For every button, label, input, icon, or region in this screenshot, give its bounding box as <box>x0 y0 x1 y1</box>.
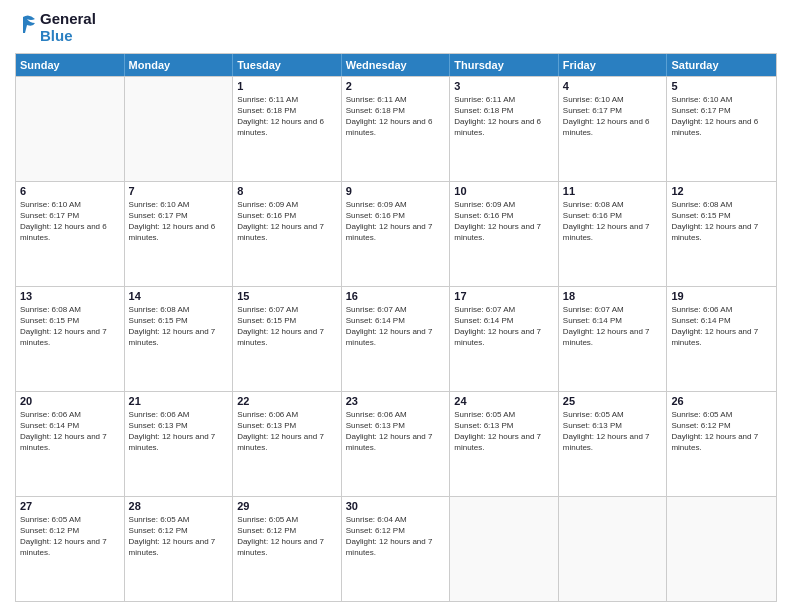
day-number: 28 <box>129 500 229 512</box>
day-number: 4 <box>563 80 663 92</box>
cell-info: Sunrise: 6:10 AMSunset: 6:17 PMDaylight:… <box>563 94 663 139</box>
cell-1-2: 8 Sunrise: 6:09 AMSunset: 6:16 PMDayligh… <box>233 182 342 286</box>
day-number: 2 <box>346 80 446 92</box>
cell-4-2: 29 Sunrise: 6:05 AMSunset: 6:12 PMDaylig… <box>233 497 342 601</box>
cell-3-4: 24 Sunrise: 6:05 AMSunset: 6:13 PMDaylig… <box>450 392 559 496</box>
cell-3-3: 23 Sunrise: 6:06 AMSunset: 6:13 PMDaylig… <box>342 392 451 496</box>
day-number: 16 <box>346 290 446 302</box>
cell-4-6 <box>667 497 776 601</box>
cell-info: Sunrise: 6:05 AMSunset: 6:13 PMDaylight:… <box>563 409 663 454</box>
cell-info: Sunrise: 6:07 AMSunset: 6:15 PMDaylight:… <box>237 304 337 349</box>
cell-0-2: 1 Sunrise: 6:11 AMSunset: 6:18 PMDayligh… <box>233 77 342 181</box>
cell-2-1: 14 Sunrise: 6:08 AMSunset: 6:15 PMDaylig… <box>125 287 234 391</box>
day-number: 11 <box>563 185 663 197</box>
cell-1-0: 6 Sunrise: 6:10 AMSunset: 6:17 PMDayligh… <box>16 182 125 286</box>
cell-info: Sunrise: 6:06 AMSunset: 6:14 PMDaylight:… <box>20 409 120 454</box>
cell-2-6: 19 Sunrise: 6:06 AMSunset: 6:14 PMDaylig… <box>667 287 776 391</box>
cell-4-1: 28 Sunrise: 6:05 AMSunset: 6:12 PMDaylig… <box>125 497 234 601</box>
day-number: 1 <box>237 80 337 92</box>
cell-info: Sunrise: 6:08 AMSunset: 6:16 PMDaylight:… <box>563 199 663 244</box>
day-number: 25 <box>563 395 663 407</box>
calendar-body: 1 Sunrise: 6:11 AMSunset: 6:18 PMDayligh… <box>16 76 776 602</box>
cell-3-2: 22 Sunrise: 6:06 AMSunset: 6:13 PMDaylig… <box>233 392 342 496</box>
cell-info: Sunrise: 6:04 AMSunset: 6:12 PMDaylight:… <box>346 514 446 559</box>
day-number: 19 <box>671 290 772 302</box>
week-row-1: 6 Sunrise: 6:10 AMSunset: 6:17 PMDayligh… <box>16 181 776 286</box>
cell-info: Sunrise: 6:07 AMSunset: 6:14 PMDaylight:… <box>454 304 554 349</box>
cell-2-0: 13 Sunrise: 6:08 AMSunset: 6:15 PMDaylig… <box>16 287 125 391</box>
header-saturday: Saturday <box>667 54 776 76</box>
cell-info: Sunrise: 6:08 AMSunset: 6:15 PMDaylight:… <box>671 199 772 244</box>
day-number: 8 <box>237 185 337 197</box>
day-number: 7 <box>129 185 229 197</box>
cell-0-6: 5 Sunrise: 6:10 AMSunset: 6:17 PMDayligh… <box>667 77 776 181</box>
day-number: 24 <box>454 395 554 407</box>
day-number: 9 <box>346 185 446 197</box>
day-number: 30 <box>346 500 446 512</box>
header: General Blue <box>15 10 777 45</box>
day-number: 6 <box>20 185 120 197</box>
header-wednesday: Wednesday <box>342 54 451 76</box>
cell-info: Sunrise: 6:05 AMSunset: 6:12 PMDaylight:… <box>237 514 337 559</box>
cell-info: Sunrise: 6:09 AMSunset: 6:16 PMDaylight:… <box>454 199 554 244</box>
cell-info: Sunrise: 6:09 AMSunset: 6:16 PMDaylight:… <box>237 199 337 244</box>
cell-info: Sunrise: 6:11 AMSunset: 6:18 PMDaylight:… <box>454 94 554 139</box>
logo: General Blue <box>15 10 96 45</box>
cell-2-2: 15 Sunrise: 6:07 AMSunset: 6:15 PMDaylig… <box>233 287 342 391</box>
cell-1-6: 12 Sunrise: 6:08 AMSunset: 6:15 PMDaylig… <box>667 182 776 286</box>
day-number: 17 <box>454 290 554 302</box>
header-monday: Monday <box>125 54 234 76</box>
day-number: 14 <box>129 290 229 302</box>
cell-2-5: 18 Sunrise: 6:07 AMSunset: 6:14 PMDaylig… <box>559 287 668 391</box>
logo-line1: General <box>40 10 96 27</box>
cell-info: Sunrise: 6:08 AMSunset: 6:15 PMDaylight:… <box>129 304 229 349</box>
day-number: 21 <box>129 395 229 407</box>
week-row-0: 1 Sunrise: 6:11 AMSunset: 6:18 PMDayligh… <box>16 76 776 181</box>
cell-info: Sunrise: 6:11 AMSunset: 6:18 PMDaylight:… <box>346 94 446 139</box>
week-row-4: 27 Sunrise: 6:05 AMSunset: 6:12 PMDaylig… <box>16 496 776 601</box>
cell-0-5: 4 Sunrise: 6:10 AMSunset: 6:17 PMDayligh… <box>559 77 668 181</box>
cell-info: Sunrise: 6:06 AMSunset: 6:13 PMDaylight:… <box>346 409 446 454</box>
cell-0-0 <box>16 77 125 181</box>
day-number: 26 <box>671 395 772 407</box>
week-row-2: 13 Sunrise: 6:08 AMSunset: 6:15 PMDaylig… <box>16 286 776 391</box>
cell-info: Sunrise: 6:09 AMSunset: 6:16 PMDaylight:… <box>346 199 446 244</box>
cell-info: Sunrise: 6:06 AMSunset: 6:14 PMDaylight:… <box>671 304 772 349</box>
cell-info: Sunrise: 6:07 AMSunset: 6:14 PMDaylight:… <box>346 304 446 349</box>
day-number: 22 <box>237 395 337 407</box>
day-number: 12 <box>671 185 772 197</box>
logo-container: General Blue <box>15 10 96 45</box>
cell-0-4: 3 Sunrise: 6:11 AMSunset: 6:18 PMDayligh… <box>450 77 559 181</box>
day-number: 13 <box>20 290 120 302</box>
logo-line2: Blue <box>40 27 96 44</box>
cell-info: Sunrise: 6:10 AMSunset: 6:17 PMDaylight:… <box>129 199 229 244</box>
cell-3-6: 26 Sunrise: 6:05 AMSunset: 6:12 PMDaylig… <box>667 392 776 496</box>
cell-1-4: 10 Sunrise: 6:09 AMSunset: 6:16 PMDaylig… <box>450 182 559 286</box>
cell-1-3: 9 Sunrise: 6:09 AMSunset: 6:16 PMDayligh… <box>342 182 451 286</box>
cell-1-1: 7 Sunrise: 6:10 AMSunset: 6:17 PMDayligh… <box>125 182 234 286</box>
cell-0-3: 2 Sunrise: 6:11 AMSunset: 6:18 PMDayligh… <box>342 77 451 181</box>
day-number: 18 <box>563 290 663 302</box>
calendar: Sunday Monday Tuesday Wednesday Thursday… <box>15 53 777 603</box>
cell-info: Sunrise: 6:06 AMSunset: 6:13 PMDaylight:… <box>129 409 229 454</box>
cell-4-0: 27 Sunrise: 6:05 AMSunset: 6:12 PMDaylig… <box>16 497 125 601</box>
cell-1-5: 11 Sunrise: 6:08 AMSunset: 6:16 PMDaylig… <box>559 182 668 286</box>
calendar-header-row: Sunday Monday Tuesday Wednesday Thursday… <box>16 54 776 76</box>
day-number: 27 <box>20 500 120 512</box>
cell-info: Sunrise: 6:05 AMSunset: 6:13 PMDaylight:… <box>454 409 554 454</box>
cell-info: Sunrise: 6:05 AMSunset: 6:12 PMDaylight:… <box>671 409 772 454</box>
day-number: 20 <box>20 395 120 407</box>
header-sunday: Sunday <box>16 54 125 76</box>
cell-3-0: 20 Sunrise: 6:06 AMSunset: 6:14 PMDaylig… <box>16 392 125 496</box>
cell-4-5 <box>559 497 668 601</box>
day-number: 10 <box>454 185 554 197</box>
cell-2-3: 16 Sunrise: 6:07 AMSunset: 6:14 PMDaylig… <box>342 287 451 391</box>
cell-info: Sunrise: 6:05 AMSunset: 6:12 PMDaylight:… <box>20 514 120 559</box>
week-row-3: 20 Sunrise: 6:06 AMSunset: 6:14 PMDaylig… <box>16 391 776 496</box>
cell-info: Sunrise: 6:06 AMSunset: 6:13 PMDaylight:… <box>237 409 337 454</box>
cell-info: Sunrise: 6:08 AMSunset: 6:15 PMDaylight:… <box>20 304 120 349</box>
cell-info: Sunrise: 6:10 AMSunset: 6:17 PMDaylight:… <box>671 94 772 139</box>
cell-info: Sunrise: 6:11 AMSunset: 6:18 PMDaylight:… <box>237 94 337 139</box>
day-number: 5 <box>671 80 772 92</box>
header-tuesday: Tuesday <box>233 54 342 76</box>
